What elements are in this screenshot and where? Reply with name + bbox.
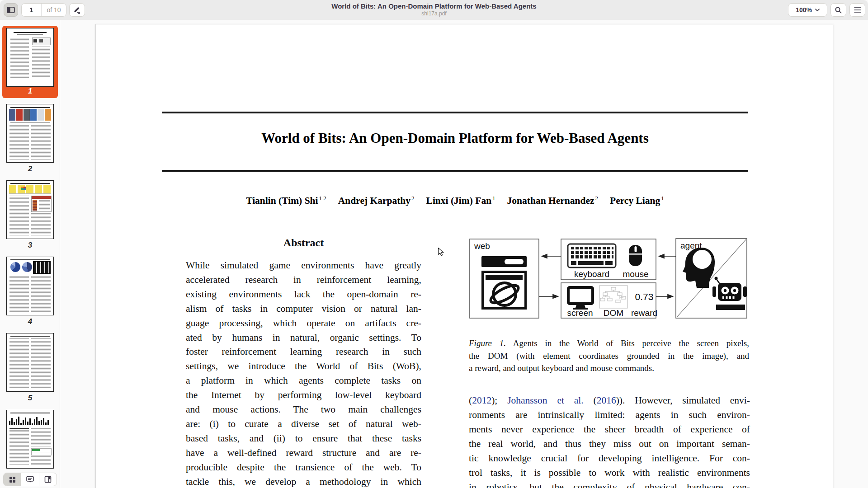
paper-title: World of Bits: An Open-Domain Platform f… [162,130,748,146]
tab-outline[interactable] [39,473,57,486]
citation-link[interactable]: Johansson et al. [507,395,584,406]
thumbnail-page-number: 5 [0,394,60,403]
text-line: guage processing, which operate on artif… [186,316,421,331]
tab-annotations[interactable] [21,473,39,486]
text-line: settings, we introduce the World of Bits… [186,359,421,374]
hamburger-menu-icon [854,7,861,13]
thumbnail-page-number: 3 [0,241,60,250]
chevron-down-icon [815,9,820,12]
figure-mouse-label: mouse [623,269,648,279]
text-line: (2012); Johansson et al. (2016)). Howeve… [469,393,750,408]
outline-book-icon [44,476,52,483]
pdf-viewer-window: 1 of 10 World of Bits: An Open-Domain Pl… [0,0,868,488]
author: Andrej Karpathy2 [338,195,415,206]
text-line: ronments are intrinsically limited: agen… [469,408,750,422]
text-line: the DOM (with element coordinates ground… [469,350,749,362]
text-line: While simulated game environments have g… [186,258,421,273]
author-line: Tianlin (Tim) Shi1 2Andrej Karpathy2Linx… [162,195,748,206]
text-line: foster reinforcement learning research i… [186,345,421,359]
text-line: tackle this, we develop a methodology in… [186,475,421,488]
text-line: producible despite the transience of the… [186,460,421,475]
author: Jonathan Hernandez2 [507,195,598,206]
text-line: the real world, and thus they miss out o… [469,436,750,451]
document-title: World of Bits: An Open-Domain Platform f… [136,2,732,10]
body-text-right-column: (2012); Johansson et al. (2016)). Howeve… [469,393,750,488]
text-line: tic knowledge crucial for developing int… [469,451,750,465]
search-icon [835,6,842,14]
search-button[interactable] [830,3,846,17]
text-line: existing environments lack the open-doma… [186,287,421,302]
text-line: alism of tasks in computer vision or nat… [186,302,421,316]
text-line: in robotics, but the complexity of physi… [469,480,750,488]
pen-icon [73,6,81,14]
annotate-button[interactable] [69,3,85,17]
sidebar-toggle-icon [7,6,15,14]
citation-link[interactable]: 2012 [472,395,491,406]
text-line: a reward, and output keyboard and mouse … [469,362,749,375]
zoom-level-value: 100% [796,6,812,14]
sidebar-tab-bar [3,473,57,486]
tab-thumbnails[interactable] [4,473,21,486]
page-total-label: of 10 [42,4,66,16]
sidebar-toggle-button[interactable] [4,3,18,17]
abstract-text: While simulated game environments have g… [186,258,421,488]
author: Linxi (Jim) Fan1 [426,195,495,206]
text-line: are: (i) to curate a diverse set of natu… [186,417,421,432]
thumbnail-page-6[interactable] [6,410,54,469]
text-line: have a well-defined reward structure and… [186,446,421,460]
title-rule-bottom [162,170,748,172]
text-line: accelerated research in reinforcement le… [186,273,421,287]
annotation-bubble-icon [26,476,34,483]
document-filename: shi17a.pdf [136,10,732,17]
figure-keyboard-label: keyboard [574,269,609,279]
citation-link[interactable]: 2016 [597,395,616,406]
author: Percy Liang1 [610,195,664,206]
thumbnail-page-number: 1 [0,87,60,96]
page-navigation-widget: 1 of 10 [21,3,66,17]
thumbnail-histogram [9,414,51,425]
text-line: a platform in which agents complete task… [186,374,421,388]
pdf-page-1: World of Bits: An Open-Domain Platform f… [95,24,833,488]
text-line: Figure 1. Agents in the World of Bits pe… [469,337,749,350]
text-line: based tasks, and (ii) to ensure that the… [186,432,421,446]
text-line: ments never experience the sheer breadth… [469,422,750,436]
figure-web-label: web [474,241,490,251]
figure-dom-label: DOM [604,308,623,318]
grid-icon [9,476,16,483]
title-rule-top [162,112,748,113]
figure-reward-label: reward [631,308,657,318]
text-line: ated by humans in natural, organic setti… [186,331,421,345]
window-title-area: World of Bits: An Open-Domain Platform f… [136,2,732,17]
figure-1-caption: Figure 1. Agents in the World of Bits pe… [469,337,749,375]
thumbnail-page-2[interactable] [6,104,54,163]
author: Tianlin (Tim) Shi1 2 [246,195,326,206]
thumbnail-page-4[interactable] [6,257,54,315]
thumbnail-page-3[interactable] [6,180,54,239]
text-line: the Internet by performing low-level key… [186,388,421,403]
thumbnail-page-1[interactable] [6,28,54,87]
document-view: World of Bits: An Open-Domain Platform f… [60,20,868,488]
thumbnail-page-5[interactable] [6,333,54,392]
text-line: trol tasks, it is possible to work with … [469,465,750,480]
thumbnail-page-number: 2 [0,164,60,174]
toolbar: 1 of 10 World of Bits: An Open-Domain Pl… [0,0,868,20]
abstract-heading: Abstract [186,237,421,249]
thumbnail-page-number: 4 [0,317,60,326]
zoom-level-dropdown[interactable]: 100% [788,3,827,17]
figure-reward-value: 0.73 [635,291,654,302]
page-number-input[interactable]: 1 [22,4,42,16]
figure-1: web keyboard mouse [467,237,749,321]
main-menu-button[interactable] [849,3,865,17]
text-line: and mouse actions. The two main challeng… [186,403,421,417]
figure-screen-label: screen [567,308,593,318]
thumbnail-sidebar: 1 2 [0,20,60,488]
